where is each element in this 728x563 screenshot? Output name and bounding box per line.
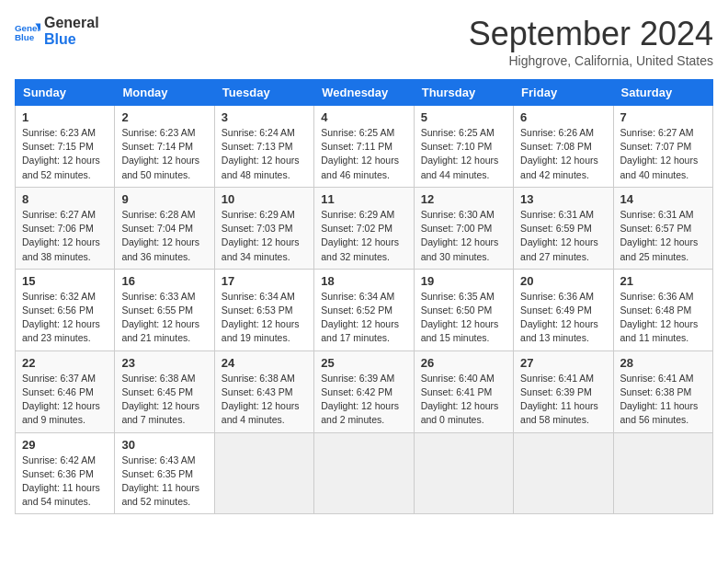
day-number: 12 [421, 192, 506, 206]
day-info: Sunrise: 6:41 AMSunset: 6:39 PMDaylight:… [520, 372, 606, 428]
calendar-cell: 19Sunrise: 6:35 AMSunset: 6:50 PMDayligh… [414, 269, 513, 350]
day-info: Sunrise: 6:24 AMSunset: 7:13 PMDaylight:… [222, 126, 307, 182]
calendar-cell: 16Sunrise: 6:33 AMSunset: 6:55 PMDayligh… [115, 269, 214, 350]
day-info: Sunrise: 6:41 AMSunset: 6:38 PMDaylight:… [620, 372, 706, 428]
day-number: 25 [321, 356, 406, 370]
location-subtitle: Highgrove, California, United States [469, 53, 713, 68]
calendar-body: 1Sunrise: 6:23 AMSunset: 7:15 PMDaylight… [16, 106, 713, 514]
calendar-cell: 2Sunrise: 6:23 AMSunset: 7:14 PMDaylight… [115, 106, 214, 188]
day-number: 11 [321, 192, 406, 206]
day-info: Sunrise: 6:40 AMSunset: 6:41 PMDaylight:… [421, 372, 506, 428]
calendar-cell: 3Sunrise: 6:24 AMSunset: 7:13 PMDaylight… [214, 106, 313, 188]
calendar-cell: 22Sunrise: 6:37 AMSunset: 6:46 PMDayligh… [16, 350, 115, 432]
day-info: Sunrise: 6:31 AMSunset: 6:59 PMDaylight:… [520, 208, 606, 264]
calendar-cell: 15Sunrise: 6:32 AMSunset: 6:56 PMDayligh… [16, 269, 115, 350]
calendar-cell: 18Sunrise: 6:34 AMSunset: 6:52 PMDayligh… [314, 269, 414, 350]
day-info: Sunrise: 6:43 AMSunset: 6:35 PMDaylight:… [121, 454, 207, 510]
page-header: General Blue General Blue September 2024… [15, 15, 713, 68]
day-info: Sunrise: 6:26 AMSunset: 7:08 PMDaylight:… [520, 126, 606, 182]
title-block: September 2024 Highgrove, California, Un… [469, 15, 713, 68]
header-saturday: Saturday [613, 80, 712, 106]
calendar-cell: 27Sunrise: 6:41 AMSunset: 6:39 PMDayligh… [514, 350, 613, 432]
calendar-week-row: 29Sunrise: 6:42 AMSunset: 6:36 PMDayligh… [16, 432, 713, 514]
day-number: 8 [22, 192, 108, 206]
day-info: Sunrise: 6:34 AMSunset: 6:53 PMDaylight:… [222, 290, 307, 346]
day-number: 1 [22, 110, 108, 124]
day-number: 6 [520, 110, 606, 124]
calendar-cell: 30Sunrise: 6:43 AMSunset: 6:35 PMDayligh… [115, 432, 214, 514]
day-info: Sunrise: 6:25 AMSunset: 7:10 PMDaylight:… [421, 126, 506, 182]
day-number: 14 [620, 192, 706, 206]
calendar-cell: 6Sunrise: 6:26 AMSunset: 7:08 PMDaylight… [514, 106, 613, 188]
day-number: 18 [321, 274, 406, 288]
day-info: Sunrise: 6:27 AMSunset: 7:06 PMDaylight:… [22, 208, 108, 264]
logo-line2: Blue [44, 31, 99, 48]
day-info: Sunrise: 6:29 AMSunset: 7:02 PMDaylight:… [321, 208, 406, 264]
day-info: Sunrise: 6:38 AMSunset: 6:45 PMDaylight:… [121, 372, 207, 428]
day-info: Sunrise: 6:28 AMSunset: 7:04 PMDaylight:… [121, 208, 207, 264]
logo-icon: General Blue [15, 18, 40, 44]
header-wednesday: Wednesday [314, 80, 414, 106]
calendar-week-row: 1Sunrise: 6:23 AMSunset: 7:15 PMDaylight… [16, 106, 713, 188]
day-info: Sunrise: 6:29 AMSunset: 7:03 PMDaylight:… [222, 208, 307, 264]
calendar-cell: 10Sunrise: 6:29 AMSunset: 7:03 PMDayligh… [214, 187, 313, 269]
day-info: Sunrise: 6:23 AMSunset: 7:14 PMDaylight:… [121, 126, 207, 182]
calendar-cell [514, 432, 613, 514]
calendar-cell: 21Sunrise: 6:36 AMSunset: 6:48 PMDayligh… [613, 269, 712, 350]
logo-line1: General [44, 15, 99, 31]
day-number: 27 [520, 356, 606, 370]
calendar-cell: 14Sunrise: 6:31 AMSunset: 6:57 PMDayligh… [613, 187, 712, 269]
calendar-cell: 23Sunrise: 6:38 AMSunset: 6:45 PMDayligh… [115, 350, 214, 432]
calendar-cell: 26Sunrise: 6:40 AMSunset: 6:41 PMDayligh… [414, 350, 513, 432]
day-info: Sunrise: 6:30 AMSunset: 7:00 PMDaylight:… [421, 208, 506, 264]
day-number: 7 [620, 110, 706, 124]
day-number: 5 [421, 110, 506, 124]
calendar-cell [314, 432, 414, 514]
header-thursday: Thursday [414, 80, 513, 106]
day-number: 10 [222, 192, 307, 206]
calendar-cell: 4Sunrise: 6:25 AMSunset: 7:11 PMDaylight… [314, 106, 414, 188]
day-number: 19 [421, 274, 506, 288]
day-number: 3 [222, 110, 307, 124]
day-info: Sunrise: 6:37 AMSunset: 6:46 PMDaylight:… [22, 372, 108, 428]
calendar-table: Sunday Monday Tuesday Wednesday Thursday… [15, 79, 713, 514]
day-info: Sunrise: 6:25 AMSunset: 7:11 PMDaylight:… [321, 126, 406, 182]
day-number: 16 [121, 274, 207, 288]
day-number: 17 [222, 274, 307, 288]
calendar-cell: 29Sunrise: 6:42 AMSunset: 6:36 PMDayligh… [16, 432, 115, 514]
calendar-cell: 1Sunrise: 6:23 AMSunset: 7:15 PMDaylight… [16, 106, 115, 188]
day-number: 20 [520, 274, 606, 288]
day-number: 2 [121, 110, 207, 124]
calendar-cell: 25Sunrise: 6:39 AMSunset: 6:42 PMDayligh… [314, 350, 414, 432]
day-number: 4 [321, 110, 406, 124]
calendar-cell [414, 432, 513, 514]
day-number: 26 [421, 356, 506, 370]
day-number: 22 [22, 356, 108, 370]
day-info: Sunrise: 6:39 AMSunset: 6:42 PMDaylight:… [321, 372, 406, 428]
calendar-cell: 5Sunrise: 6:25 AMSunset: 7:10 PMDaylight… [414, 106, 513, 188]
calendar-week-row: 15Sunrise: 6:32 AMSunset: 6:56 PMDayligh… [16, 269, 713, 350]
header-monday: Monday [115, 80, 214, 106]
calendar-cell [214, 432, 313, 514]
calendar-cell [613, 432, 712, 514]
calendar-cell: 20Sunrise: 6:36 AMSunset: 6:49 PMDayligh… [514, 269, 613, 350]
svg-text:Blue: Blue [15, 32, 35, 42]
day-number: 21 [620, 274, 706, 288]
calendar-cell: 9Sunrise: 6:28 AMSunset: 7:04 PMDaylight… [115, 187, 214, 269]
header-friday: Friday [514, 80, 613, 106]
day-info: Sunrise: 6:38 AMSunset: 6:43 PMDaylight:… [222, 372, 307, 428]
logo: General Blue General Blue [15, 15, 99, 48]
day-number: 24 [222, 356, 307, 370]
calendar-cell: 17Sunrise: 6:34 AMSunset: 6:53 PMDayligh… [214, 269, 313, 350]
day-number: 13 [520, 192, 606, 206]
day-info: Sunrise: 6:34 AMSunset: 6:52 PMDaylight:… [321, 290, 406, 346]
calendar-header-row: Sunday Monday Tuesday Wednesday Thursday… [16, 80, 713, 106]
day-info: Sunrise: 6:27 AMSunset: 7:07 PMDaylight:… [620, 126, 706, 182]
header-tuesday: Tuesday [214, 80, 313, 106]
calendar-week-row: 22Sunrise: 6:37 AMSunset: 6:46 PMDayligh… [16, 350, 713, 432]
day-info: Sunrise: 6:42 AMSunset: 6:36 PMDaylight:… [22, 454, 108, 510]
day-info: Sunrise: 6:36 AMSunset: 6:48 PMDaylight:… [620, 290, 706, 346]
day-number: 30 [121, 438, 207, 452]
day-info: Sunrise: 6:36 AMSunset: 6:49 PMDaylight:… [520, 290, 606, 346]
calendar-cell: 13Sunrise: 6:31 AMSunset: 6:59 PMDayligh… [514, 187, 613, 269]
